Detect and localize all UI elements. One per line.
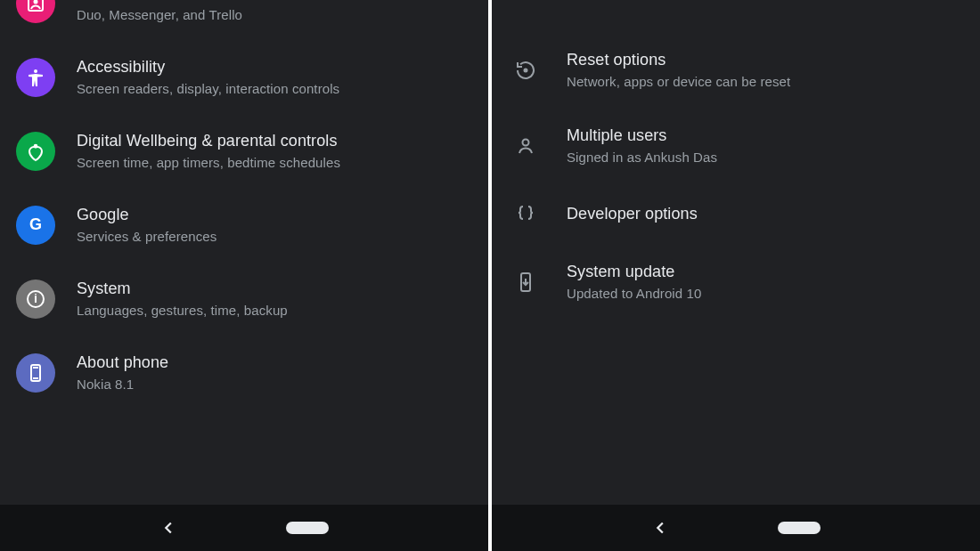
system-update-icon	[513, 270, 538, 295]
list-item-digital-wellbeing[interactable]: Digital Wellbeing & parental controls Sc…	[0, 114, 488, 188]
nav-back-button[interactable]	[159, 518, 179, 538]
svg-point-12	[523, 139, 529, 145]
item-subtitle: Signed in as Ankush Das	[567, 149, 717, 166]
braces-icon	[513, 201, 538, 226]
text-col: System update Updated to Android 10	[567, 262, 701, 302]
text-col: Reset options Network, apps or device ca…	[567, 50, 790, 90]
nav-back-button[interactable]	[651, 518, 671, 538]
item-title: Developer options	[567, 204, 698, 224]
item-title: Multiple users	[567, 126, 717, 146]
list-item-reset-options[interactable]: Reset options Network, apps or device ca…	[492, 32, 980, 108]
text-col: Digital Wellbeing & parental controls Sc…	[77, 131, 340, 171]
item-subtitle: Languages, gestures, time, backup	[77, 302, 288, 320]
item-title: Accessibility	[77, 57, 339, 77]
reset-icon	[513, 58, 538, 83]
accounts-icon	[16, 0, 55, 23]
text-col: System Languages, gestures, time, backup	[77, 279, 288, 319]
item-title: Reset options	[567, 50, 790, 70]
item-title: System update	[567, 262, 701, 282]
svg-point-1	[34, 0, 38, 4]
item-title: Digital Wellbeing & parental controls	[77, 131, 340, 151]
list-item-system-update[interactable]: System update Updated to Android 10	[492, 244, 980, 320]
navigation-bar	[492, 505, 980, 551]
list-item-accessibility[interactable]: Accessibility Screen readers, display, i…	[0, 40, 488, 114]
navigation-bar	[0, 505, 488, 551]
svg-text:G: G	[29, 215, 42, 233]
nav-home-pill[interactable]	[286, 522, 329, 534]
settings-list[interactable]: Accounts Duo, Messenger, and Trello Acce…	[0, 0, 488, 409]
list-item-google[interactable]: G Google Services & preferences	[0, 188, 488, 262]
text-col: Multiple users Signed in as Ankush Das	[567, 126, 717, 166]
item-subtitle: Screen time, app timers, bedtime schedul…	[77, 154, 340, 172]
list-item-multiple-users[interactable]: Multiple users Signed in as Ankush Das	[492, 108, 980, 183]
system-icon	[16, 280, 55, 319]
item-subtitle: Network, apps or device can be reset	[567, 73, 790, 91]
item-subtitle: Screen readers, display, interaction con…	[77, 80, 339, 98]
system-list[interactable]: Reset options Network, apps or device ca…	[492, 32, 980, 320]
svg-point-2	[34, 69, 37, 73]
list-item-about-phone[interactable]: About phone Nokia 8.1	[0, 336, 488, 409]
text-col: Accessibility Screen readers, display, i…	[77, 57, 339, 97]
accessibility-icon	[16, 58, 55, 97]
item-title: System	[77, 279, 288, 299]
item-subtitle: Services & preferences	[77, 228, 216, 246]
list-item-system[interactable]: System Languages, gestures, time, backup	[0, 262, 488, 336]
settings-left-panel: Accounts Duo, Messenger, and Trello Acce…	[0, 0, 488, 551]
text-col: About phone Nokia 8.1	[77, 352, 168, 393]
about-phone-icon	[16, 353, 55, 393]
item-title: Accounts	[77, 0, 242, 4]
item-title: Google	[77, 205, 216, 225]
system-right-panel: Reset options Network, apps or device ca…	[492, 0, 980, 551]
text-col: Accounts Duo, Messenger, and Trello	[77, 0, 242, 23]
text-col: Developer options	[567, 204, 698, 224]
wellbeing-icon	[16, 132, 55, 171]
item-subtitle: Updated to Android 10	[567, 285, 701, 303]
list-item-accounts[interactable]: Accounts Duo, Messenger, and Trello	[0, 0, 488, 40]
text-col: Google Services & preferences	[77, 205, 216, 245]
item-subtitle: Duo, Messenger, and Trello	[77, 6, 242, 24]
item-subtitle: Nokia 8.1	[77, 376, 168, 393]
list-item-developer-options[interactable]: Developer options	[492, 183, 980, 244]
svg-point-11	[525, 69, 527, 71]
person-icon	[513, 134, 538, 158]
nav-home-pill[interactable]	[778, 522, 821, 534]
google-icon: G	[16, 206, 55, 245]
item-title: About phone	[77, 352, 168, 373]
